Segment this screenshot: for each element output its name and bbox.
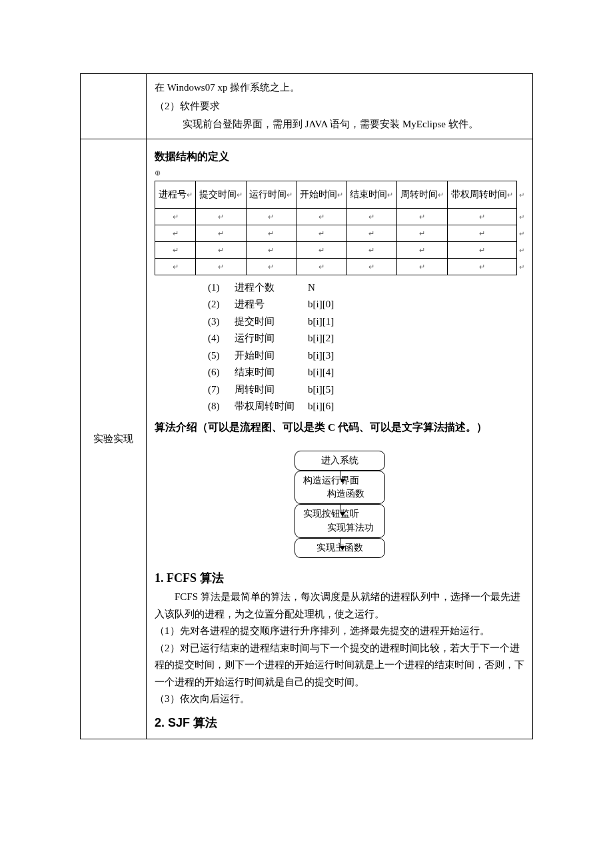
table-cell: ↵ bbox=[196, 258, 247, 275]
table-cell: ↵ bbox=[346, 241, 397, 258]
table-cell: ↵ bbox=[246, 208, 297, 225]
table-cell: ↵↵ bbox=[447, 208, 516, 225]
main-row: 实验实现 数据结构的定义 ⊕ 进程号↵ 提交时间↵ 运行时间↵ 开始时间↵ 结束… bbox=[81, 139, 532, 739]
def-row: (7)周转时间b[i][5] bbox=[208, 381, 524, 399]
table-cell: ↵ bbox=[155, 241, 196, 258]
table-cell: ↵ bbox=[246, 225, 297, 241]
env-line-1: 在 Windows07 xp 操作系统之上。 bbox=[155, 79, 524, 97]
table-cell: ↵ bbox=[196, 241, 247, 258]
definition-list: (1)进程个数N (2)进程号b[i][0] (3)提交时间b[i][1] (4… bbox=[208, 279, 524, 415]
table-cell: ↵↵ bbox=[447, 241, 516, 258]
col-turnaround: 周转时间↵ bbox=[397, 181, 448, 208]
table-cell: ↵ bbox=[196, 208, 247, 225]
data-struct-table: 进程号↵ 提交时间↵ 运行时间↵ 开始时间↵ 结束时间↵ 周转时间↵ 带权周转时… bbox=[155, 181, 517, 275]
table-cell: ↵ bbox=[155, 208, 196, 225]
table-cell: ↵ bbox=[397, 241, 448, 258]
top-section-row: 在 Windows07 xp 操作系统之上。 （2）软件要求 实现前台登陆界面，… bbox=[81, 74, 532, 139]
table-anchor-icon: ⊕ bbox=[155, 169, 161, 177]
table-cell: ↵ bbox=[297, 225, 347, 241]
table-cell: ↵ bbox=[397, 225, 448, 241]
def-row: (3)提交时间b[i][1] bbox=[208, 313, 524, 331]
def-row: (2)进程号b[i][0] bbox=[208, 296, 524, 313]
fcfs-para-1: FCFS 算法是最简单的算法，每次调度是从就绪的进程队列中，选择一个最先进入该队… bbox=[155, 589, 524, 623]
table-cell: ↵ bbox=[246, 241, 297, 258]
col-process-id: 进程号↵ bbox=[155, 181, 196, 208]
table-cell: ↵ bbox=[196, 225, 247, 241]
table-cell: ↵ bbox=[246, 258, 297, 275]
main-content-cell: 数据结构的定义 ⊕ 进程号↵ 提交时间↵ 运行时间↵ 开始时间↵ 结束时间↵ 周… bbox=[147, 139, 533, 739]
col-weighted-turn: 带权周转时间↵↵ bbox=[447, 181, 516, 208]
table-cell: ↵↵ bbox=[447, 225, 516, 241]
def-row: (4)运行时间b[i][2] bbox=[208, 330, 524, 347]
table-cell: ↵ bbox=[155, 258, 196, 275]
data-struct-title: 数据结构的定义 bbox=[155, 150, 524, 164]
table-cell: ↵ bbox=[346, 208, 397, 225]
table-row: ↵ ↵ ↵ ↵ ↵ ↵ ↵↵ bbox=[155, 258, 517, 275]
col-end-time: 结束时间↵ bbox=[346, 181, 397, 208]
top-right-cell: 在 Windows07 xp 操作系统之上。 （2）软件要求 实现前台登陆界面，… bbox=[147, 74, 533, 139]
def-row: (1)进程个数N bbox=[208, 279, 524, 297]
table-row: ↵ ↵ ↵ ↵ ↵ ↵ ↵↵ bbox=[155, 208, 517, 225]
env-line-2: （2）软件要求 bbox=[155, 98, 524, 115]
flowchart: 进入系统 构造运行界面 构造函数 实现按钮监听 实现算法功 实现主函数 bbox=[283, 451, 396, 559]
fcfs-para-3: （2）对已运行结束的进程结束时间与下一个提交的进程时间比较，若大于下一个进程的提… bbox=[155, 640, 524, 691]
flow-enter-system: 进入系统 bbox=[295, 451, 385, 471]
fcfs-para-4: （3）依次向后运行。 bbox=[155, 691, 524, 708]
def-row: (6)结束时间b[i][4] bbox=[208, 364, 524, 381]
table-cell: ↵↵ bbox=[447, 258, 516, 275]
left-label-cell: 实验实现 bbox=[81, 139, 147, 739]
main-content: 数据结构的定义 ⊕ 进程号↵ 提交时间↵ 运行时间↵ 开始时间↵ 结束时间↵ 周… bbox=[147, 139, 532, 739]
def-row: (8)带权周转时间b[i][6] bbox=[208, 398, 524, 415]
fcfs-heading: 1. FCFS 算法 bbox=[155, 570, 524, 586]
col-start-time: 开始时间↵ bbox=[297, 181, 347, 208]
table-cell: ↵ bbox=[397, 208, 448, 225]
page-frame: 在 Windows07 xp 操作系统之上。 （2）软件要求 实现前台登陆界面，… bbox=[80, 73, 533, 739]
def-row: (5)开始时间b[i][3] bbox=[208, 347, 524, 365]
table-cell: ↵ bbox=[346, 225, 397, 241]
algo-intro-title: 算法介绍（可以是流程图、可以是类 C 代码、可以是文字算法描述。） bbox=[155, 421, 524, 435]
table-header-row: 进程号↵ 提交时间↵ 运行时间↵ 开始时间↵ 结束时间↵ 周转时间↵ 带权周转时… bbox=[155, 181, 517, 208]
left-label-text: 实验实现 bbox=[93, 433, 133, 444]
col-run-time: 运行时间↵ bbox=[246, 181, 297, 208]
col-submit-time: 提交时间↵ bbox=[196, 181, 247, 208]
table-cell: ↵ bbox=[397, 258, 448, 275]
top-left-cell bbox=[81, 74, 147, 139]
fcfs-para-2: （1）先对各进程的提交顺序进行升序排列，选择最先提交的进程开始运行。 bbox=[155, 623, 524, 640]
table-cell: ↵ bbox=[297, 241, 347, 258]
sjf-heading: 2. SJF 算法 bbox=[155, 715, 524, 731]
table-cell: ↵ bbox=[155, 225, 196, 241]
table-row: ↵ ↵ ↵ ↵ ↵ ↵ ↵↵ bbox=[155, 225, 517, 241]
table-cell: ↵ bbox=[297, 258, 347, 275]
table-cell: ↵ bbox=[297, 208, 347, 225]
outer-table: 在 Windows07 xp 操作系统之上。 （2）软件要求 实现前台登陆界面，… bbox=[81, 74, 532, 739]
table-cell: ↵ bbox=[346, 258, 397, 275]
table-row: ↵ ↵ ↵ ↵ ↵ ↵ ↵↵ bbox=[155, 241, 517, 258]
env-line-3: 实现前台登陆界面，需用到 JAVA 语句，需要安装 MyEclipse 软件。 bbox=[155, 116, 524, 133]
